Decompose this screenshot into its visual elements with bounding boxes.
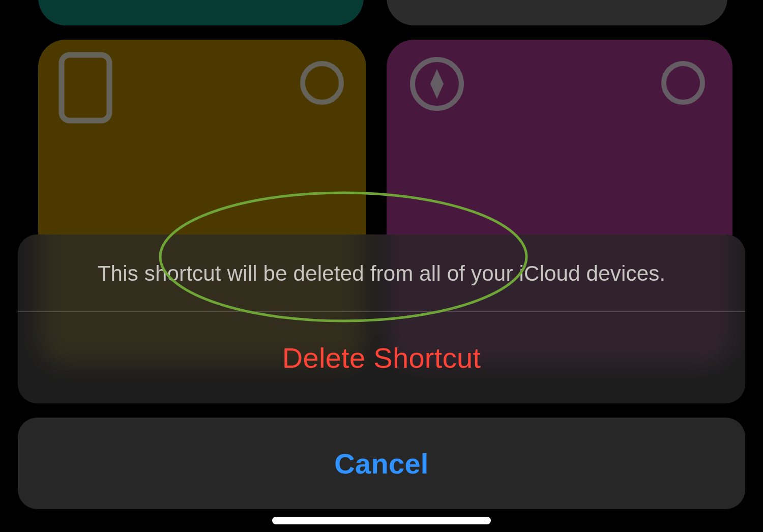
action-sheet-message: This shortcut will be deleted from all o… bbox=[18, 234, 745, 311]
cancel-button[interactable]: Cancel bbox=[18, 418, 745, 509]
action-sheet-cancel-group: Cancel bbox=[18, 418, 745, 509]
action-sheet-group: This shortcut will be deleted from all o… bbox=[18, 234, 745, 403]
delete-shortcut-button[interactable]: Delete Shortcut bbox=[18, 312, 745, 403]
delete-confirmation-sheet: This shortcut will be deleted from all o… bbox=[18, 234, 745, 509]
home-indicator[interactable] bbox=[272, 517, 491, 524]
